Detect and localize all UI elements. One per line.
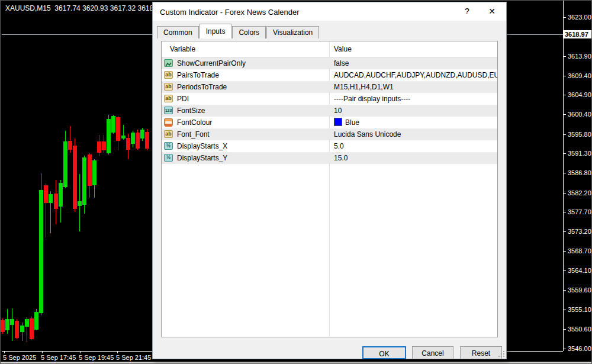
dialog-tabs: CommonInputsColorsVisualization	[157, 24, 320, 38]
double-icon: ½	[164, 142, 173, 150]
color-icon	[164, 118, 173, 126]
variable-name: PeriodsToTrade	[177, 81, 227, 93]
table-header: Variable Value	[162, 41, 497, 57]
variable-name: FontSize	[177, 105, 205, 117]
time-tick-label: 5 Sep 2025	[3, 354, 36, 361]
bool-icon	[164, 59, 173, 67]
price-tick-label: 3573.20	[568, 228, 591, 235]
input-row-periodstotrade[interactable]: abPeriodsToTradeM15,H1,H4,D1,W1	[162, 81, 497, 93]
variable-value[interactable]: Blue	[334, 117, 359, 128]
variable-name: Font_Font	[177, 128, 210, 140]
variable-value[interactable]: 5.0	[334, 140, 344, 152]
input-row-displaystarts_x[interactable]: ½DisplayStarts_X5.0	[162, 140, 497, 152]
variable-value[interactable]: AUDCAD,AUDCHF,AUDJPY,AUDNZD,AUDUSD,EUR..…	[334, 69, 498, 81]
tab-common[interactable]: Common	[157, 26, 199, 38]
price-tick-label: 3564.10	[568, 268, 591, 274]
string-icon: ab	[164, 83, 173, 91]
tab-colors[interactable]: Colors	[232, 26, 266, 38]
price-tick-label: 3559.60	[568, 287, 591, 294]
reset-button[interactable]: Reset	[460, 346, 502, 359]
price-tick-label: 3550.60	[568, 326, 591, 333]
variable-value[interactable]: Lucida Sans Unicode	[334, 128, 401, 140]
mt4-window: XAUUSD,M15 3617.74 3620.93 3617.32 3618.…	[0, 0, 592, 364]
input-row-fontsize[interactable]: 123FontSize10	[162, 105, 497, 117]
cancel-button[interactable]: Cancel	[412, 346, 453, 359]
price-tick-label: 3582.20	[568, 190, 591, 197]
tab-visualization[interactable]: Visualization	[266, 26, 319, 38]
input-row-pdi[interactable]: abPDI----Pair display inputs----	[162, 93, 497, 105]
price-tick-label: 3613.90	[568, 53, 591, 60]
variable-name: PairsToTrade	[177, 69, 219, 81]
column-header-variable: Variable	[170, 45, 195, 53]
input-row-pairstotrade[interactable]: abPairsToTradeAUDCAD,AUDCHF,AUDJPY,AUDNZ…	[162, 69, 497, 81]
variable-name: FontColour	[177, 117, 212, 128]
current-price-tag: 3618.97	[564, 30, 592, 38]
time-tick-label: 5 Sep 17:45	[41, 354, 76, 361]
resize-grip[interactable]	[498, 350, 505, 357]
variable-name: DisplayStarts_Y	[177, 152, 227, 164]
price-tick-label: 3600.40	[568, 111, 591, 118]
variable-name: ShowCurrentPairOnly	[177, 57, 246, 69]
input-row-displaystarts_y[interactable]: ½DisplayStarts_Y15.0	[162, 152, 497, 164]
chart-symbol-ohlc-label: XAUUSD,M15 3617.74 3620.93 3617.32 3618.…	[5, 4, 163, 12]
string-icon: ab	[164, 95, 173, 102]
custom-indicator-dialog: Custom Indicator - Forex News Calender ?…	[152, 2, 507, 359]
price-tick-label: 3568.70	[568, 248, 591, 255]
variable-value[interactable]: ----Pair display inputs----	[334, 93, 410, 105]
variable-name: DisplayStarts_X	[177, 140, 227, 152]
time-tick-label: 5 Sep 21:45	[116, 354, 151, 361]
variable-name: PDI	[177, 93, 189, 105]
string-icon: ab	[164, 130, 173, 138]
tab-inputs[interactable]: Inputs	[200, 24, 232, 38]
window-bottom-edge	[1, 362, 592, 364]
dialog-titlebar[interactable]: Custom Indicator - Forex News Calender ?…	[153, 2, 506, 21]
price-tick-label: 3577.70	[568, 209, 591, 215]
inputs-table: Variable Value ShowCurrentPairOnlyfalsea…	[161, 41, 498, 337]
price-tick-label: 3555.10	[568, 307, 591, 313]
price-tick-label: 3604.90	[568, 92, 591, 98]
price-tick-label: 3623.00	[568, 14, 591, 21]
column-header-value: Value	[334, 45, 352, 53]
string-icon: ab	[164, 71, 173, 79]
color-swatch	[334, 118, 342, 126]
input-row-showcurrentpaironly[interactable]: ShowCurrentPairOnlyfalse	[162, 57, 497, 69]
input-row-fontcolour[interactable]: FontColourBlue	[162, 117, 497, 128]
variable-value[interactable]: 15.0	[334, 152, 348, 164]
int-icon: 123	[164, 107, 173, 114]
variable-value[interactable]: 10	[334, 105, 342, 117]
price-tick-label: 3586.80	[568, 170, 591, 176]
variable-value[interactable]: false	[334, 57, 349, 69]
price-tick-label: 3595.80	[568, 131, 591, 138]
input-row-font_font[interactable]: abFont_FontLucida Sans Unicode	[162, 128, 497, 140]
dialog-title: Custom Indicator - Forex News Calender	[160, 8, 300, 17]
time-tick-label: 5 Sep 19:45	[79, 354, 114, 361]
price-tick-label: 3591.30	[568, 150, 591, 157]
close-icon[interactable]: ✕	[484, 5, 500, 18]
price-tick-label: 3609.40	[568, 73, 591, 79]
ok-button[interactable]: OK	[362, 346, 406, 359]
price-tick-label: 3546.00	[568, 346, 591, 352]
help-icon[interactable]: ?	[459, 5, 475, 18]
double-icon: ½	[164, 154, 173, 162]
variable-value[interactable]: M15,H1,H4,D1,W1	[334, 81, 394, 93]
